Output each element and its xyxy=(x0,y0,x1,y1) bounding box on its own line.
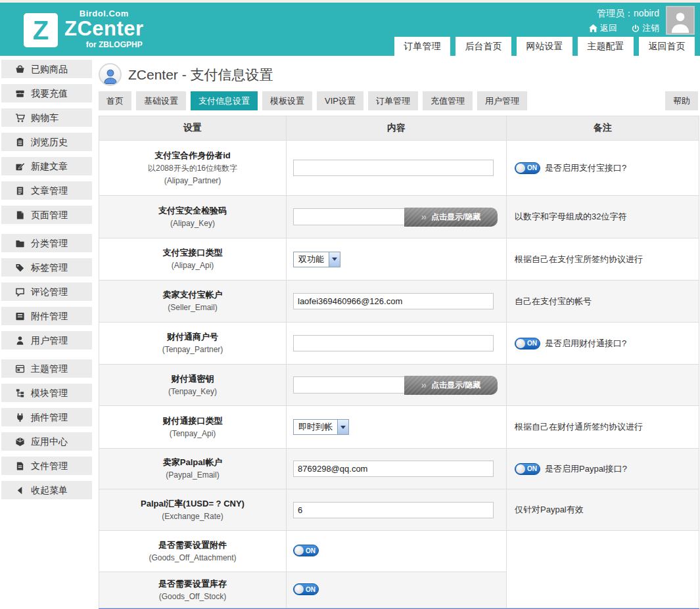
settings-tab[interactable]: 用户管理 xyxy=(477,91,527,110)
settings-table: 设置内容备注 支付宝合作身份者id以2088开头的16位纯数字(Alipay_P… xyxy=(99,116,699,609)
show-hide-button[interactable]: ››点击显示/隐藏 xyxy=(404,376,498,395)
logout-link[interactable]: 注销 xyxy=(632,22,659,34)
sidebar-item[interactable]: 页面管理 xyxy=(1,206,92,224)
toggle-on-label: ON xyxy=(527,340,537,347)
module-icon xyxy=(15,388,25,398)
sidebar-item[interactable]: 我要充值 xyxy=(1,84,92,102)
page-title: ZCenter - 支付信息设置 xyxy=(128,66,273,84)
setting-key: (Goods_Off_Stock) xyxy=(102,591,283,603)
on-toggle[interactable]: ON xyxy=(293,545,319,556)
tag-icon xyxy=(15,263,25,273)
on-toggle[interactable]: ON xyxy=(515,338,540,350)
sidebar-item-label: 购物车 xyxy=(31,108,58,127)
setting-label-cell: Palpal汇率(1USD= ? CNY)(Exchange_Rate) xyxy=(99,489,287,531)
sidebar-item[interactable]: 文件管理 xyxy=(1,457,92,475)
setting-label-cell: 是否需要设置附件(Goods_Off_Attachment) xyxy=(99,531,287,572)
setting-label-cell: 财付通密钥(Tenpay_Key) xyxy=(99,365,287,406)
top-nav-tab[interactable]: 返回首页 xyxy=(639,37,695,56)
settings-tab[interactable]: 支付信息设置 xyxy=(191,91,258,110)
chevron-down-icon xyxy=(329,252,340,267)
toggle-knob xyxy=(294,546,304,555)
text-input[interactable] xyxy=(293,335,494,351)
show-hide-button[interactable]: ››点击显示/隐藏 xyxy=(404,208,498,227)
sidebar-item[interactable]: 收起菜单 xyxy=(1,481,92,499)
sidebar-item-label: 分类管理 xyxy=(31,234,68,252)
sidebar-item[interactable]: 应用中心 xyxy=(1,432,92,451)
sidebar-item-label: 浏览历史 xyxy=(31,133,68,151)
select-value: 即时到帐 xyxy=(294,420,337,434)
remark-text: 根据自己在财付通所签约协议进行 xyxy=(515,421,643,433)
drawer-icon xyxy=(15,311,25,321)
setting-remark-cell: 根据自己在财付通所签约协议进行 xyxy=(507,406,699,449)
select-dropdown[interactable]: 双功能 xyxy=(293,252,340,267)
sidebar-item-label: 附件管理 xyxy=(31,307,68,325)
sidebar-item[interactable]: 购物车 xyxy=(1,108,92,127)
sidebar-item[interactable]: 主题管理 xyxy=(1,359,92,378)
top-nav-tab[interactable]: 后台首页 xyxy=(455,37,511,56)
back-link[interactable]: 返回 xyxy=(589,22,617,34)
on-toggle[interactable]: ON xyxy=(293,583,319,595)
sidebar-item[interactable]: 新建文章 xyxy=(1,157,92,175)
setting-key: (Tenpay_Api) xyxy=(102,428,283,440)
select-dropdown[interactable]: 即时到帐 xyxy=(293,419,349,435)
setting-row: 财付通接口类型(Tenpay_Api)即时到帐根据自己在财付通所签约协议进行 xyxy=(99,406,699,449)
settings-tab[interactable]: 充值管理 xyxy=(423,91,473,110)
sidebar-item-label: 文件管理 xyxy=(31,457,68,475)
settings-tab[interactable]: 模板设置 xyxy=(262,91,312,110)
secret-key-input[interactable] xyxy=(293,376,405,394)
toggle-knob xyxy=(516,164,525,173)
sidebar-item[interactable]: 附件管理 xyxy=(1,307,92,325)
sidebar-item[interactable]: 标签管理 xyxy=(1,258,92,277)
settings-tab[interactable]: 订单管理 xyxy=(368,91,418,110)
setting-remark-cell xyxy=(507,531,699,608)
on-toggle[interactable]: ON xyxy=(515,463,540,475)
settings-tab[interactable]: 基础设置 xyxy=(136,91,186,110)
setting-content-cell xyxy=(287,449,507,489)
folder-icon xyxy=(15,238,25,248)
sidebar-item[interactable]: 文章管理 xyxy=(1,181,92,200)
collapse-icon xyxy=(15,485,25,495)
setting-remark-cell xyxy=(507,365,699,406)
top-nav-tab[interactable]: 网站设置 xyxy=(517,37,572,56)
sidebar-item-label: 应用中心 xyxy=(31,432,68,451)
home-icon xyxy=(589,24,597,32)
setting-title: 卖家Palpal帐户 xyxy=(102,456,283,469)
sidebar-item[interactable]: 已购商品 xyxy=(1,60,92,78)
logo-letter: Z xyxy=(33,17,49,43)
avatar[interactable] xyxy=(666,6,695,35)
text-input[interactable] xyxy=(293,502,494,518)
sidebar-item[interactable]: 分类管理 xyxy=(1,234,92,252)
main-content: ZCenter - 支付信息设置 首页基础设置支付信息设置模板设置VIP设置订单… xyxy=(92,56,700,609)
top-nav-tab[interactable]: 订单管理 xyxy=(394,37,450,56)
sidebar-item[interactable]: 浏览历史 xyxy=(1,133,92,151)
show-hide-label: 点击显示/隐藏 xyxy=(431,380,480,391)
sidebar-item[interactable]: 模块管理 xyxy=(1,384,92,402)
setting-title: 财付通商户号 xyxy=(102,330,283,344)
setting-content-cell: ››点击显示/隐藏 xyxy=(287,196,507,238)
admin-username: 管理员：nobird xyxy=(589,7,659,20)
top-nav-tab[interactable]: 主题配置 xyxy=(578,37,634,56)
setting-label-cell: 支付宝接口类型(Alipay_Api) xyxy=(99,238,287,281)
text-input[interactable] xyxy=(293,160,494,176)
settings-tab[interactable]: VIP设置 xyxy=(317,91,363,110)
sidebar-item[interactable]: 用户管理 xyxy=(1,331,92,350)
comment-icon xyxy=(15,287,25,297)
user-icon xyxy=(15,336,25,346)
text-input[interactable] xyxy=(293,293,494,309)
sidebar-item[interactable]: 评论管理 xyxy=(1,282,92,301)
secret-key-input[interactable] xyxy=(293,208,405,225)
setting-content-cell: 双功能 xyxy=(287,238,507,281)
brand-logo-link[interactable]: Z Birdol.Com ZCenter for ZBLOGPHP xyxy=(24,9,144,49)
setting-content-cell: 即时到帐 xyxy=(287,406,507,449)
settings-tab[interactable]: 首页 xyxy=(99,91,131,110)
sidebar-item[interactable]: 插件管理 xyxy=(1,408,92,426)
setting-key: (Tenpay_Partner) xyxy=(102,344,283,356)
settings-tabs: 首页基础设置支付信息设置模板设置VIP设置订单管理充值管理用户管理帮助 xyxy=(99,91,699,110)
setting-title: Palpal汇率(1USD= ? CNY) xyxy=(102,497,283,510)
help-button[interactable]: 帮助 xyxy=(665,91,698,110)
setting-title: 支付宝合作身份者id xyxy=(102,149,283,162)
toggle-knob xyxy=(516,339,525,348)
toggle-on-label: ON xyxy=(306,586,315,593)
on-toggle[interactable]: ON xyxy=(515,162,540,174)
text-input[interactable] xyxy=(293,461,494,477)
